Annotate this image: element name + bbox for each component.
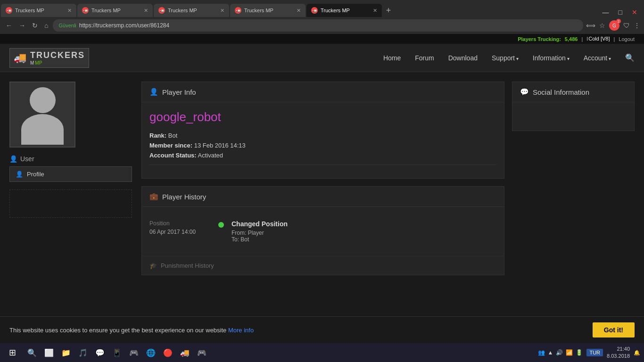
tab-close-5[interactable]: ✕ [373,8,377,14]
avatar-head [30,87,56,113]
notification-center-icon[interactable]: 🔔 [634,350,640,356]
taskbar-date-display: 8.03.2018 [607,353,630,360]
logo-box: 🚚 TRUCKERS M MP [9,48,89,68]
taskbar-sys-icons: 👥 ▲ 🔊 📶 🔋 [538,349,583,356]
player-info-title: Player Info [162,88,196,96]
tab-title-3: Truckers MP [168,8,217,13]
notification-badge: 2 [616,19,621,24]
address-bar: ← → ↻ ⌂ Güvenli https://truckersmp.com/u… [0,17,644,34]
taskbar-volume-icon[interactable]: 🔊 [556,349,563,356]
search-icon[interactable]: 🔍 [625,53,635,62]
tab-close-4[interactable]: ✕ [297,8,301,14]
player-info-icon: 👤 [149,88,158,96]
nav-download[interactable]: Download [448,54,478,62]
taskbar-opera[interactable]: 🔴 [160,345,175,360]
account-status-label: Account Status: [149,152,197,159]
translate-icon[interactable]: ⟺ [586,22,595,29]
tab-5-active[interactable]: 🚛 Truckers MP ✕ [306,4,382,17]
taskbar-expand-icon[interactable]: ▲ [548,349,553,356]
cookie-more-info-link[interactable]: More info [228,327,254,334]
new-tab-button[interactable]: + [382,4,395,17]
tab-favicon-5: 🚛 [311,7,318,14]
tab-close-3[interactable]: ✕ [220,8,224,14]
back-button[interactable]: ← [4,21,14,30]
taskbar-discord[interactable]: 💬 [92,345,107,360]
taskbar-chrome[interactable]: 🌐 [143,345,158,360]
main-panel: 👤 Player Info google_robot Rank: Bot Mem… [141,82,504,325]
tab-favicon-4: 🚛 [235,7,241,14]
social-icon: 💬 [520,88,529,96]
tab-1[interactable]: 🚛 Truckers MP ✕ [1,4,76,17]
account-status-value: Activated [198,152,223,159]
nav-home[interactable]: Home [383,54,401,62]
taskbar-task-view[interactable]: ⬜ [41,345,57,360]
taskbar-time-display: 21:40 [607,346,630,353]
history-dot [218,222,224,228]
logout-link[interactable]: Logout [619,36,635,42]
nav-account[interactable]: Account [584,54,611,62]
cookie-accept-button[interactable]: Got it! [593,322,635,337]
close-button[interactable]: ✕ [629,8,640,17]
brand-m: M [30,60,34,66]
url-bar[interactable]: Güvenli https://truckersmp.com/user/8612… [53,19,583,32]
rank-label: Rank: [149,132,166,139]
player-username: google_robot [149,110,496,124]
tab-title-4: Truckers MP [244,8,294,13]
taskbar-media-player[interactable]: 🎵 [75,345,91,360]
player-member-since: Member since: 13 Feb 2016 14:13 [149,142,496,149]
tab-close-2[interactable]: ✕ [144,8,148,14]
browser-chrome: 🚛 Truckers MP ✕ 🚛 Truckers MP ✕ 🚛 Trucke… [0,0,644,34]
window-controls: — □ ✕ [600,8,644,17]
forward-button[interactable]: → [17,21,27,30]
sidebar-empty-box [9,189,132,218]
taskbar-wifi-icon[interactable]: 📶 [566,349,573,356]
taskbar-search[interactable]: 🔍 [25,345,40,360]
taskbar-discord2[interactable]: 🎮 [126,345,141,360]
site-wrapper: Players Trucking: 5,486 | ⁞Cold [V8] | L… [0,34,644,343]
history-type: Position [149,220,211,227]
social-title: Social Information [533,88,589,96]
url-text: https://truckersmp.com/user/861284 [79,22,169,29]
taskbar-icons: 🔍 ⬜ 📁 🎵 💬 📱 🎮 🌐 🔴 🚚 🎮 [21,345,213,360]
tab-favicon-3: 🚛 [158,7,165,14]
logo[interactable]: 🚚 TRUCKERS M MP [9,48,89,68]
taskbar-ets[interactable]: 🚚 [177,345,192,360]
start-button[interactable]: ⊞ [4,344,21,361]
shield-icon[interactable]: 🛡 [623,22,630,29]
nav-support[interactable]: Support [492,54,519,62]
home-button[interactable]: ⌂ [42,21,50,30]
taskbar-language[interactable]: TUR [586,349,603,356]
taskbar-steam[interactable]: 🎮 [194,345,209,360]
avatar-container [9,82,75,148]
taskbar-file-explorer[interactable]: 📁 [58,345,74,360]
tab-title-1: Truckers MP [15,8,65,13]
tab-2[interactable]: 🚛 Truckers MP ✕ [77,4,153,17]
minimize-button[interactable]: — [600,8,612,17]
content-area: 👤 Player Info google_robot Rank: Bot Mem… [141,82,635,325]
taskbar-whatsapp[interactable]: 📱 [109,345,124,360]
brand-text: TRUCKERS M MP [30,50,85,66]
tab-4[interactable]: 🚛 Truckers MP ✕ [230,4,305,17]
main-content: 👤 User 👤 Profile 👤 Player Info [0,72,644,334]
player-info-header: 👤 Player Info [142,82,504,102]
brand-mp-line: M MP [30,60,85,66]
history-right: Changed Position From: Player To: Bot [231,220,496,243]
profile-circle[interactable]: G 2 [609,20,619,31]
profile-nav-item[interactable]: 👤 Profile [9,166,132,182]
tab-3[interactable]: 🚛 Truckers MP ✕ [154,4,229,17]
nav-information[interactable]: Information [533,54,570,62]
nav-forum[interactable]: Forum [415,54,434,62]
maximize-button[interactable]: □ [616,8,625,17]
taskbar: ⊞ 🔍 ⬜ 📁 🎵 💬 📱 🎮 🌐 🔴 🚚 🎮 👥 ▲ 🔊 📶 🔋 TUR 21… [0,343,644,362]
player-history-header: 💼 Player History [142,187,504,207]
reload-button[interactable]: ↻ [30,21,40,30]
taskbar-network-icon: 👥 [538,349,545,356]
player-account-status: Account Status: Activated [149,152,496,159]
navbar: 🚚 TRUCKERS M MP Home Forum Download Supp… [0,44,644,72]
top-info-bar: Players Trucking: 5,486 | ⁞Cold [V8] | L… [0,34,644,44]
history-date: 06 Apr 2017 14:00 [149,229,211,235]
player-history-body: Position 06 Apr 2017 14:00 Changed Posit… [142,207,504,256]
bookmark-icon[interactable]: ☆ [599,22,605,29]
menu-icon[interactable]: ⋮ [634,22,640,29]
tab-close-1[interactable]: ✕ [67,8,72,14]
